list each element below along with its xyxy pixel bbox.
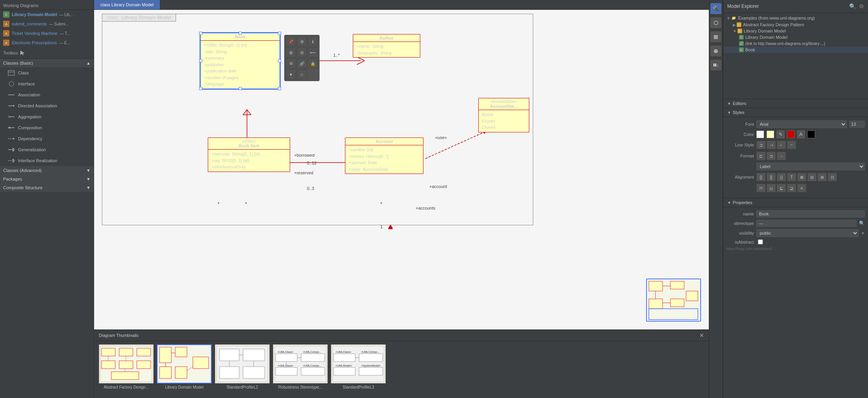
line-style-2[interactable]: ⊣ [766,141,776,149]
tool-class[interactable]: Class [0,67,94,78]
canvas-area[interactable]: 1..* +borrowed +reserved 0..12 0..3 * * … [94,10,709,329]
uml-class-book[interactable]: Book +ISBN: String[0..1] {id} +title: St… [200,33,280,89]
tab-library-domain-model[interactable]: class Library Domain Model [94,0,160,9]
properties-section-header[interactable]: ▼ Properties [723,198,868,207]
tree-item-library-diagram[interactable]: C Library Domain Model [723,34,868,40]
tree-item-examples[interactable]: ▼ 📁 Examples (from www.uml-diagrams.org) [723,14,868,22]
line-style-1[interactable]: ⊐ [756,141,766,149]
diagram-item-eprescriptions[interactable]: A Electronic Prescriptions — E... [0,38,94,47]
tree-item-library-link[interactable]: 🔗 (link to http://www.uml-diagrams.org/l… [723,40,868,47]
thumbnail-item-standardprofile2[interactable]: StandardProfileL2 [215,344,270,395]
ftb-lock[interactable]: 🔒 [308,58,318,69]
search-icon[interactable]: 🔍 [849,3,856,9]
ftb-copy[interactable]: ⧉ [286,58,296,69]
format-btn-3[interactable]: → [777,152,786,160]
color-swatch-black[interactable] [807,130,815,138]
align-btn-5[interactable]: ⊠ [797,173,806,181]
ftb-gear[interactable]: ⚙ [297,36,307,47]
styles-section-header[interactable]: ▼ Styles [723,108,868,117]
color-swatch-text[interactable]: A [797,130,805,138]
ftb-split[interactable]: ⊟ [297,47,307,58]
thumbnail-item-robustness[interactable]: «UMLClass» «UMLClass» «UMLCompo... «UMLC… [273,344,328,395]
tool-interface-realization-label: Interface Realization [18,158,57,163]
gear-icon[interactable]: ⚙ [859,3,864,9]
prop-stereotype-input[interactable] [756,220,857,227]
color-swatch-red[interactable] [787,130,795,138]
ftb-info[interactable]: ℹ [308,36,318,47]
color-swatch-pencil[interactable]: ✎ [777,130,784,138]
share-icon-btn[interactable]: ⊕ [710,45,721,56]
ftb-pin[interactable]: 📌 [286,36,296,47]
layers-icon-btn[interactable]: ⊞ [710,31,721,42]
thumbnail-item-abstract-factory[interactable]: Abstract Factory Design... [99,344,154,395]
line-style-4[interactable]: ~ [787,141,796,149]
classes-basic-header[interactable]: Classes (Basic) ▲ [0,59,94,67]
align-btn-11[interactable]: ⊑ [777,184,786,192]
format-select[interactable]: Label [756,163,865,170]
right-panel: Model Explorer 🔍 ⚙ ▼ 📁 Examples (from ww… [723,0,868,398]
ftb-collapse[interactable]: ▼ [286,69,296,80]
diagram-item-ticket[interactable]: A Ticket Vending Machine — T... [0,29,94,38]
uml-class-author[interactable]: Author +name: String +biography: String [353,34,420,58]
classes-advanced-header[interactable]: Classes (Advanced) ▼ [0,166,94,175]
ftb-expand[interactable]: □ [297,69,307,80]
align-btn-4[interactable]: T [787,173,796,181]
tool-association[interactable]: Association [0,89,94,100]
diagram-item-library[interactable]: C Library Domain Model — Lib... [0,10,94,19]
tool-interface-realization[interactable]: Interface Realization [0,155,94,166]
align-btn-9[interactable]: ⊓ [756,184,766,192]
font-select[interactable]: Arial [756,120,847,128]
packages-collapse-icon: ▼ [86,177,91,181]
thumbnail-close-button[interactable]: ✕ [699,332,704,338]
composite-structure-header[interactable]: Composite Structure ▼ [0,183,94,192]
properties-label: Properties [733,200,752,205]
tree-item-library-folder[interactable]: ▼ C Library Domain Model [723,28,868,34]
svg-text:«UMLClass»: «UMLClass» [278,351,293,353]
handle-br [278,87,281,90]
diagram-sublabel-ticket: — T... [60,31,70,36]
diagram-item-submit[interactable]: A submit_comments — Submi... [0,19,94,29]
md-icon-btn[interactable]: M↓ [710,60,721,71]
align-btn-10[interactable]: ⊔ [766,184,776,192]
align-btn-8[interactable]: ⊡ [828,173,837,181]
stereotype-search-icon[interactable]: 🔍 [859,221,865,226]
prop-visibility-select[interactable]: public private protected [756,229,859,237]
ftb-add-class[interactable]: ⊞ [286,47,296,58]
align-btn-6[interactable]: ⊟ [807,173,817,181]
packages-header[interactable]: Packages ▼ [0,175,94,183]
format-btn-2[interactable]: ⊐ [766,152,776,160]
tool-aggregation[interactable]: Aggregation [0,111,94,122]
tree-item-book[interactable]: C Book [723,47,868,53]
line-style-3[interactable]: ⌐ [777,141,786,149]
tool-dependency[interactable]: Dependency [0,133,94,144]
color-swatch-yellow[interactable] [766,130,774,138]
tool-directed-association[interactable]: Directed Association [0,100,94,111]
thumbnail-item-standardprofile3[interactable]: «UMLClass» «UMLModel» «UMLCompo... «Syst… [331,344,386,395]
uml-class-account[interactable]: Account +number {id} +history: History[0… [345,137,423,174]
uml-class-bookitem[interactable]: «entity» Book Item +barcode: String[0..1… [208,137,290,172]
align-btn-7[interactable]: ⊞ [817,173,827,181]
thumbnail-item-library[interactable]: Library Domain Model [157,344,212,395]
color-swatch-bg[interactable] [756,130,764,138]
align-btn-13[interactable]: ≡ [797,184,806,192]
nav-icon-btn[interactable]: ⬡ [710,17,721,28]
align-btn-12[interactable]: ⊒ [787,184,796,192]
prop-name-input[interactable] [756,210,865,217]
uml-class-accountstate[interactable]: «enumeration» AccountSta... Active Froze… [478,98,529,132]
prop-isabstract-checkbox[interactable] [758,239,763,244]
align-btn-1[interactable]: {} [756,173,766,181]
ftb-arrow-left[interactable]: ⟵ [308,47,318,58]
editors-section-header[interactable]: ▼ Editors [723,99,868,108]
svg-marker-0 [20,51,25,55]
tool-generalization[interactable]: Generalization [0,144,94,155]
align-btn-2[interactable]: [] [766,173,776,181]
ftb-link[interactable]: 🔗 [297,58,307,69]
font-size-input[interactable] [849,121,865,128]
tree-item-abstract-factory[interactable]: ▶ C Abstract Factory Design Pattern [723,22,868,28]
align-btn-3[interactable]: () [777,173,786,181]
svg-marker-8 [8,116,11,118]
format-btn-1[interactable]: ⊏ [756,152,766,160]
puzzle-icon-btn[interactable]: 🔌 [710,3,721,14]
tool-composition[interactable]: Composition [0,122,94,133]
tool-interface[interactable]: Interface [0,78,94,89]
